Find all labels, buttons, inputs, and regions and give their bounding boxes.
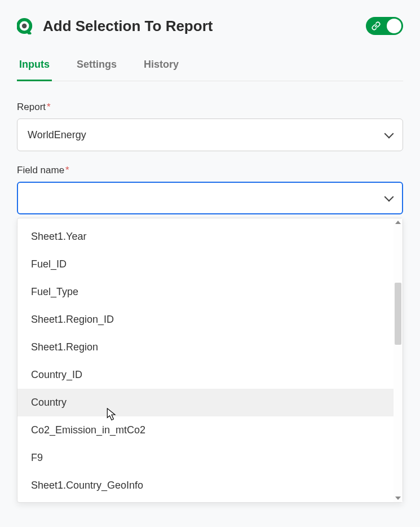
fieldname-dropdown: Sheet1.YearFuel_IDFuel_TypeSheet1.Region… — [17, 218, 403, 503]
dropdown-option[interactable]: Fuel_Type — [17, 278, 394, 306]
report-select-value: WorldEnergy — [28, 129, 86, 141]
link-icon — [372, 21, 381, 30]
required-marker: * — [65, 165, 69, 175]
header-left: Add Selection To Report — [17, 17, 213, 35]
dropdown-scrollbar[interactable] — [394, 218, 403, 502]
dropdown-option[interactable]: F9 — [17, 444, 394, 472]
toggle-knob — [387, 19, 401, 33]
dropdown-option[interactable]: Sheet1.Region — [17, 333, 394, 361]
scroll-down-icon — [395, 497, 401, 500]
dropdown-option[interactable]: Sheet1.Region_ID — [17, 306, 394, 333]
dropdown-option[interactable]: Country — [17, 389, 394, 416]
fieldname-select[interactable] — [17, 182, 403, 214]
dialog-header: Add Selection To Report — [17, 17, 403, 35]
chevron-down-icon — [384, 129, 394, 139]
scroll-up-icon — [395, 221, 401, 224]
chevron-down-icon — [384, 192, 394, 202]
qlik-logo-icon — [17, 17, 34, 34]
enable-toggle[interactable] — [366, 17, 403, 35]
fieldname-label: Field name* — [17, 165, 403, 176]
dropdown-list[interactable]: Sheet1.YearFuel_IDFuel_TypeSheet1.Region… — [17, 218, 394, 502]
dropdown-option[interactable]: Co2_Emission_in_mtCo2 — [17, 416, 394, 444]
required-marker: * — [47, 102, 51, 112]
dropdown-option[interactable]: Country_ID — [17, 361, 394, 389]
tab-inputs[interactable]: Inputs — [17, 53, 52, 81]
tab-bar: InputsSettingsHistory — [17, 53, 403, 81]
dropdown-option[interactable]: Fuel_ID — [17, 251, 394, 278]
report-field-group: Report* WorldEnergy — [17, 102, 403, 151]
svg-point-1 — [22, 24, 26, 28]
report-select[interactable]: WorldEnergy — [17, 118, 403, 151]
tab-history[interactable]: History — [142, 53, 181, 81]
report-label-text: Report — [17, 102, 46, 112]
tab-settings[interactable]: Settings — [74, 53, 119, 81]
scrollbar-thumb[interactable] — [395, 283, 401, 345]
report-label: Report* — [17, 102, 403, 113]
fieldname-label-text: Field name — [17, 165, 64, 175]
dialog-title: Add Selection To Report — [43, 17, 213, 35]
dropdown-option[interactable]: Sheet1.Country_GeoInfo — [17, 472, 394, 499]
dropdown-option[interactable]: Sheet1.Year — [17, 223, 394, 251]
fieldname-field-group: Field name* Sheet1.YearFuel_IDFuel_TypeS… — [17, 165, 403, 214]
